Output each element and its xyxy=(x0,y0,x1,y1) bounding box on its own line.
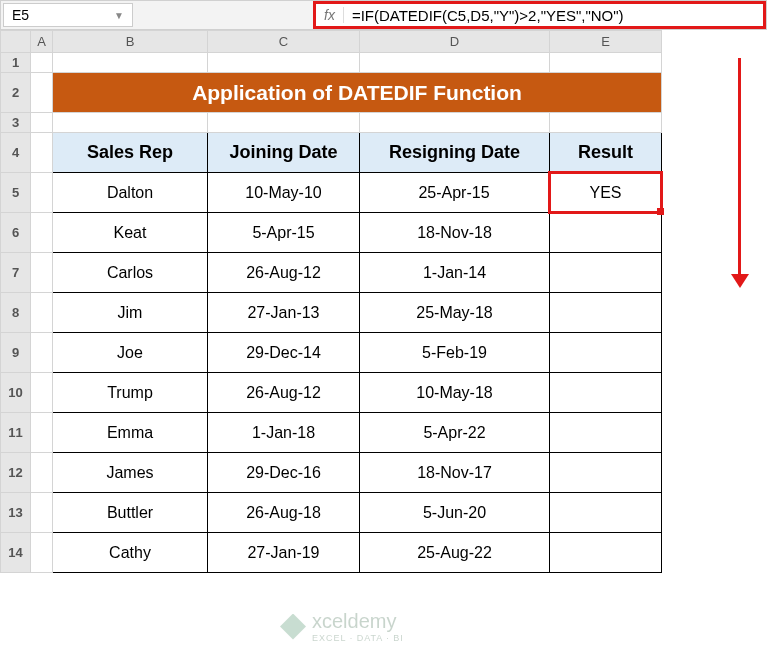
cell-result-8[interactable] xyxy=(550,493,662,533)
formula-bar: E5 ▼ fx =IF(DATEDIF(C5,D5,"Y")>2,"YES","… xyxy=(0,0,767,30)
cell-D3[interactable] xyxy=(360,113,550,133)
cell-D1[interactable] xyxy=(360,53,550,73)
cell-A8[interactable] xyxy=(31,293,53,333)
cell-rep-1[interactable]: Keat xyxy=(53,213,208,253)
cell-A7[interactable] xyxy=(31,253,53,293)
cell-A11[interactable] xyxy=(31,413,53,453)
cell-rep-0[interactable]: Dalton xyxy=(53,173,208,213)
col-header-D[interactable]: D xyxy=(360,31,550,53)
cell-join-3[interactable]: 27-Jan-13 xyxy=(208,293,360,333)
cell-resign-6[interactable]: 5-Apr-22 xyxy=(360,413,550,453)
watermark: xceldemy EXCEL · DATA · BI xyxy=(280,610,404,643)
cell-join-8[interactable]: 26-Aug-18 xyxy=(208,493,360,533)
row-header-4[interactable]: 4 xyxy=(1,133,31,173)
cell-result-3[interactable] xyxy=(550,293,662,333)
cell-resign-9[interactable]: 25-Aug-22 xyxy=(360,533,550,573)
cell-resign-8[interactable]: 5-Jun-20 xyxy=(360,493,550,533)
cell-rep-9[interactable]: Cathy xyxy=(53,533,208,573)
row-header-9[interactable]: 9 xyxy=(1,333,31,373)
cell-resign-7[interactable]: 18-Nov-17 xyxy=(360,453,550,493)
fx-icon[interactable]: fx xyxy=(316,7,344,23)
col-header-E[interactable]: E xyxy=(550,31,662,53)
row-header-12[interactable]: 12 xyxy=(1,453,31,493)
header-sales-rep[interactable]: Sales Rep xyxy=(53,133,208,173)
cell-A4[interactable] xyxy=(31,133,53,173)
col-header-A[interactable]: A xyxy=(31,31,53,53)
callout-arrow-head xyxy=(731,274,749,288)
row-header-6[interactable]: 6 xyxy=(1,213,31,253)
cell-join-6[interactable]: 1-Jan-18 xyxy=(208,413,360,453)
cell-A12[interactable] xyxy=(31,453,53,493)
callout-arrow-line xyxy=(738,58,741,276)
cell-join-0[interactable]: 10-May-10 xyxy=(208,173,360,213)
cell-join-1[interactable]: 5-Apr-15 xyxy=(208,213,360,253)
cell-rep-3[interactable]: Jim xyxy=(53,293,208,333)
cell-resign-5[interactable]: 10-May-18 xyxy=(360,373,550,413)
cell-resign-0[interactable]: 25-Apr-15 xyxy=(360,173,550,213)
cell-result-2[interactable] xyxy=(550,253,662,293)
cell-A5[interactable] xyxy=(31,173,53,213)
watermark-icon xyxy=(280,614,306,640)
header-joining-date[interactable]: Joining Date xyxy=(208,133,360,173)
cell-rep-2[interactable]: Carlos xyxy=(53,253,208,293)
cell-join-4[interactable]: 29-Dec-14 xyxy=(208,333,360,373)
cell-E1[interactable] xyxy=(550,53,662,73)
row-header-5[interactable]: 5 xyxy=(1,173,31,213)
cell-join-7[interactable]: 29-Dec-16 xyxy=(208,453,360,493)
cell-A2[interactable] xyxy=(31,73,53,113)
row-header-1[interactable]: 1 xyxy=(1,53,31,73)
cell-result-7[interactable] xyxy=(550,453,662,493)
row-header-13[interactable]: 13 xyxy=(1,493,31,533)
watermark-brand: xceldemy xyxy=(312,610,396,632)
cell-B1[interactable] xyxy=(53,53,208,73)
row-header-10[interactable]: 10 xyxy=(1,373,31,413)
row-header-2[interactable]: 2 xyxy=(1,73,31,113)
cell-join-2[interactable]: 26-Aug-12 xyxy=(208,253,360,293)
select-all-corner[interactable] xyxy=(1,31,31,53)
row-header-11[interactable]: 11 xyxy=(1,413,31,453)
cell-A14[interactable] xyxy=(31,533,53,573)
row-header-8[interactable]: 8 xyxy=(1,293,31,333)
row-header-7[interactable]: 7 xyxy=(1,253,31,293)
cell-rep-6[interactable]: Emma xyxy=(53,413,208,453)
name-box[interactable]: E5 ▼ xyxy=(3,3,133,27)
cell-A1[interactable] xyxy=(31,53,53,73)
formula-input[interactable]: =IF(DATEDIF(C5,D5,"Y")>2,"YES","NO") xyxy=(344,7,763,24)
cell-A9[interactable] xyxy=(31,333,53,373)
cell-result-5[interactable] xyxy=(550,373,662,413)
header-resigning-date[interactable]: Resigning Date xyxy=(360,133,550,173)
cell-B3[interactable] xyxy=(53,113,208,133)
col-header-C[interactable]: C xyxy=(208,31,360,53)
chevron-down-icon[interactable]: ▼ xyxy=(114,10,124,21)
cell-C1[interactable] xyxy=(208,53,360,73)
fill-handle[interactable] xyxy=(657,208,664,215)
cell-result-0[interactable]: YES xyxy=(550,173,662,213)
title-cell[interactable]: Application of DATEDIF Function xyxy=(53,73,662,113)
header-result[interactable]: Result xyxy=(550,133,662,173)
cell-rep-4[interactable]: Joe xyxy=(53,333,208,373)
cell-result-6[interactable] xyxy=(550,413,662,453)
cell-join-9[interactable]: 27-Jan-19 xyxy=(208,533,360,573)
cell-A3[interactable] xyxy=(31,113,53,133)
col-header-B[interactable]: B xyxy=(53,31,208,53)
cell-E3[interactable] xyxy=(550,113,662,133)
row-header-3[interactable]: 3 xyxy=(1,113,31,133)
row-header-14[interactable]: 14 xyxy=(1,533,31,573)
cell-resign-2[interactable]: 1-Jan-14 xyxy=(360,253,550,293)
cell-A13[interactable] xyxy=(31,493,53,533)
cell-result-1[interactable] xyxy=(550,213,662,253)
cell-resign-4[interactable]: 5-Feb-19 xyxy=(360,333,550,373)
cell-resign-1[interactable]: 18-Nov-18 xyxy=(360,213,550,253)
cell-resign-3[interactable]: 25-May-18 xyxy=(360,293,550,333)
cell-result-9[interactable] xyxy=(550,533,662,573)
cell-C3[interactable] xyxy=(208,113,360,133)
formula-container: fx =IF(DATEDIF(C5,D5,"Y")>2,"YES","NO") xyxy=(313,1,766,29)
cell-rep-8[interactable]: Buttler xyxy=(53,493,208,533)
cell-rep-5[interactable]: Trump xyxy=(53,373,208,413)
cell-A6[interactable] xyxy=(31,213,53,253)
cell-A10[interactable] xyxy=(31,373,53,413)
cell-join-5[interactable]: 26-Aug-12 xyxy=(208,373,360,413)
cell-result-4[interactable] xyxy=(550,333,662,373)
watermark-tag: EXCEL · DATA · BI xyxy=(312,633,404,643)
cell-rep-7[interactable]: James xyxy=(53,453,208,493)
